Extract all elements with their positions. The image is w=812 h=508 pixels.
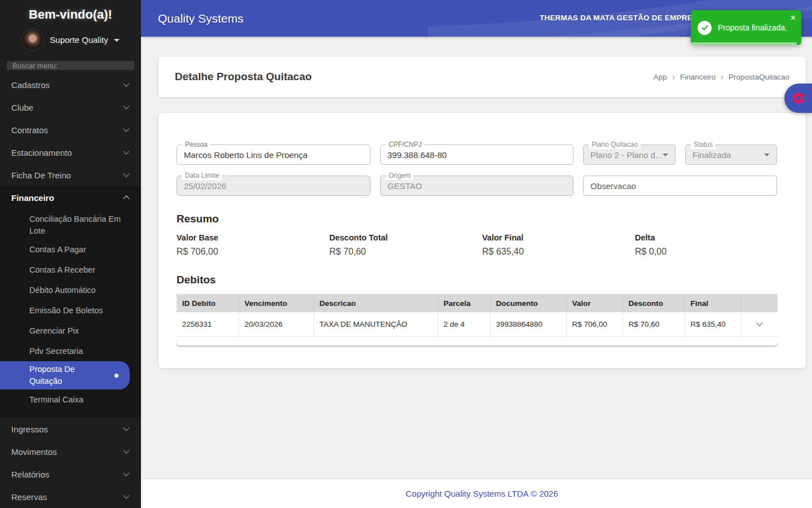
sidebar-item-movimentos[interactable]: Movimentos [0, 440, 141, 463]
cpf-cnpj-field[interactable]: CPF/CNPJ 399.388.648-80 [380, 144, 573, 165]
plano-quitacao-label: Plano Quitacao [589, 141, 641, 149]
debitos-table: ID Debito Vencimento Descricao Parcela D… [176, 294, 778, 337]
page-title: Detalhe Proposta Quitacao [175, 71, 312, 83]
col-descricao: Descricao [314, 294, 438, 312]
status-value: Finalizada [692, 150, 731, 160]
menu-item-label: Reservas [11, 492, 124, 502]
menu-item-label: Movimentos [11, 447, 124, 457]
table-header-row: ID Debito Vencimento Descricao Parcela D… [176, 294, 778, 312]
sidebar-subitem-terminal-caixa[interactable]: Terminal Caixa [0, 389, 141, 410]
col-documento: Documento [490, 294, 566, 312]
cell-final: R$ 635,40 [685, 312, 741, 336]
breadcrumb-financeiro[interactable]: Financeiro [680, 73, 716, 81]
sidebar-subitem-emissao-de-boletos[interactable]: Emissão De Boletos [0, 300, 141, 321]
settings-fab-button[interactable] [784, 84, 812, 113]
origem-value: GESTAO [387, 181, 422, 191]
sidebar-subitem-contas-a-pagar[interactable]: Contas A Pagar [0, 239, 141, 260]
chevron-down-icon [123, 148, 129, 154]
chevron-down-icon [123, 125, 129, 132]
menu-item-label: Financeiro [11, 193, 124, 203]
caret-down-icon [114, 39, 120, 42]
gear-icon [791, 91, 806, 106]
data-limite-field: Data Limite 25/02/2026 [176, 176, 370, 196]
sidebar-welcome: Bem-vindo(a)! Suporte Quality [0, 0, 141, 59]
sidebar-subitem-debito-automatico[interactable]: Débito Automático [0, 280, 141, 300]
pessoa-field[interactable]: Pessoa Marcos Roberto Lins de Proença [176, 144, 370, 165]
valor-final-value: R$ 635,40 [482, 247, 635, 257]
user-name: Suporte Quality [50, 35, 108, 45]
avatar[interactable] [21, 28, 44, 51]
col-desconto: Desconto [623, 294, 685, 312]
sidebar-item-ingressos[interactable]: Ingressos [0, 418, 141, 440]
status-label: Status [691, 141, 716, 149]
resumo-item: Valor Final R$ 635,40 [482, 233, 635, 257]
resumo-summary: Valor Base R$ 706,00 Desconto Total R$ 7… [176, 233, 788, 257]
sidebar-subitem-proposta-de-quitacao[interactable]: Proposta De Quitação [0, 361, 130, 389]
col-id-debito: ID Debito [176, 294, 239, 312]
observacao-input[interactable] [583, 176, 777, 196]
origem-field: Origem GESTAO [380, 176, 573, 196]
menu-item-label: Relatórios [11, 470, 124, 479]
sidebar-item-clube[interactable]: Clube [0, 96, 141, 119]
sidebar-item-contratos[interactable]: Contratos [0, 119, 141, 141]
plano-quitacao-select: Plano Quitacao Plano 2 - Plano d... [583, 144, 676, 165]
status-select: Status Finalizada [685, 144, 777, 165]
valor-final-label: Valor Final [482, 233, 635, 242]
success-check-icon [698, 21, 712, 35]
breadcrumb: App › Financeiro › PropostaQuitacao [654, 73, 789, 81]
submenu-item-label: Conciliação Bancária Em Lote [29, 213, 130, 237]
submenu-item-label: Contas A Receber [29, 264, 95, 276]
chevron-down-icon [123, 424, 129, 431]
sidebar-item-estacionamento[interactable]: Estacionamento [0, 141, 141, 164]
col-parcela: Parcela [438, 294, 490, 312]
copyright-link[interactable]: Copyright Quality Systems LTDA © 2026 [405, 489, 558, 498]
resumo-item: Desconto Total R$ 70,60 [329, 233, 482, 257]
sidebar-subitem-gerenciar-pix[interactable]: Gerenciar Pix [0, 321, 141, 341]
menu-item-label: Contratos [11, 125, 124, 135]
dropdown-arrow-icon [764, 154, 770, 156]
sidebar: Bem-vindo(a)! Suporte Quality Cadastros … [0, 0, 141, 508]
sidebar-item-financeiro[interactable]: Financeiro [0, 186, 141, 209]
debitos-heading: Debitos [176, 274, 788, 286]
menu-search-input[interactable] [7, 61, 134, 70]
menu-item-label: Cadastros [11, 80, 124, 90]
chevron-down-icon [123, 80, 129, 86]
submenu-item-label: Pdv Secretaria [29, 345, 83, 357]
delta-value: R$ 0,00 [635, 247, 788, 257]
menu-item-label: Estacionamento [11, 148, 124, 157]
breadcrumb-proposta-quitacao[interactable]: PropostaQuitacao [729, 73, 789, 81]
sidebar-menu: Cadastros Clube Contratos Estacionamento… [0, 73, 141, 508]
cell-vencimento: 20/03/2026 [239, 312, 314, 336]
col-expand [741, 294, 778, 312]
breadcrumb-separator-icon: › [672, 72, 675, 81]
sidebar-item-ficha-de-treino[interactable]: Ficha De Treino [0, 164, 141, 186]
sidebar-subitem-contas-a-receber[interactable]: Contas A Receber [0, 260, 141, 280]
table-horizontal-scrollbar[interactable] [176, 339, 778, 345]
menu-item-label: Ingressos [11, 424, 124, 434]
chevron-down-icon [123, 492, 129, 498]
cell-parcela: 2 de 4 [438, 312, 490, 336]
toast-message: Proposta finalizada. [718, 23, 787, 32]
cell-valor: R$ 706,00 [566, 312, 623, 336]
desconto-total-value: R$ 70,60 [329, 247, 482, 257]
plano-quitacao-value: Plano 2 - Plano d... [590, 150, 663, 160]
dropdown-arrow-icon [663, 154, 668, 156]
row-expand-chevron-icon[interactable] [747, 323, 773, 325]
close-icon[interactable]: ✕ [790, 14, 796, 22]
breadcrumb-separator-icon: › [721, 72, 723, 81]
sidebar-item-reservas[interactable]: Reservas [0, 485, 141, 508]
sidebar-subitem-conciliacao-bancaria-em-lote[interactable]: Conciliação Bancária Em Lote [0, 211, 141, 239]
chevron-down-icon [123, 103, 129, 109]
valor-base-label: Valor Base [176, 233, 329, 242]
cell-descricao: TAXA DE MANUTENÇÃO [314, 312, 438, 336]
sidebar-item-cadastros[interactable]: Cadastros [0, 73, 141, 96]
app-title: Quality Systems [158, 12, 244, 25]
col-final: Final [685, 294, 741, 312]
toast-progress-bar [691, 42, 797, 45]
sidebar-subitem-pdv-secretaria[interactable]: Pdv Secretaria [0, 341, 141, 361]
breadcrumb-app[interactable]: App [654, 73, 667, 81]
desconto-total-label: Desconto Total [329, 233, 482, 242]
user-menu[interactable]: Suporte Quality [0, 28, 141, 59]
col-vencimento: Vencimento [239, 294, 314, 312]
sidebar-item-relatorios[interactable]: Relatórios [0, 463, 141, 485]
